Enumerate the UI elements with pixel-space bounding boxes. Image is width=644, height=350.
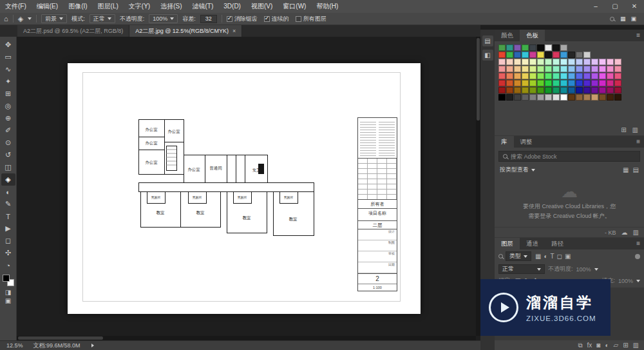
swatch[interactable]	[522, 73, 529, 79]
panel-menu-icon[interactable]: ≡	[636, 30, 644, 41]
swatch[interactable]	[514, 52, 521, 58]
swatch[interactable]	[498, 80, 506, 86]
swatch[interactable]	[583, 94, 591, 101]
swatch[interactable]	[506, 52, 513, 58]
fill-value[interactable]: 100%	[618, 278, 633, 284]
swatch[interactable]	[545, 94, 552, 101]
menu-item[interactable]: 选择(S)	[155, 0, 187, 13]
panel-menu-icon[interactable]: ≡	[636, 238, 644, 249]
swatch[interactable]	[498, 59, 506, 65]
horizontal-scrollbar[interactable]	[17, 336, 476, 340]
lasso-tool[interactable]: ∿	[1, 63, 15, 75]
swatch[interactable]	[529, 94, 536, 101]
filter-adjustment-icon[interactable]: ◐	[544, 253, 547, 260]
scroll-thumb[interactable]	[18, 336, 103, 340]
swatch[interactable]	[576, 87, 583, 93]
swatch[interactable]	[553, 87, 560, 93]
swatch[interactable]	[614, 66, 621, 72]
menu-item[interactable]: 编辑(E)	[32, 0, 63, 13]
pen-tool[interactable]: ✎	[1, 198, 15, 210]
scroll-thumb[interactable]	[477, 38, 480, 121]
swatch[interactable]	[599, 94, 606, 101]
clone-stamp-tool[interactable]: ⊙	[1, 137, 15, 149]
spot-healing-tool[interactable]: ⊕	[1, 112, 15, 124]
swatch[interactable]	[614, 94, 621, 101]
swatch[interactable]	[553, 80, 560, 86]
swatch[interactable]	[553, 73, 560, 79]
blend-mode-dropdown[interactable]: 正常	[498, 264, 545, 274]
delete-swatch-icon[interactable]: ▥	[632, 127, 638, 133]
swatch[interactable]	[560, 44, 567, 51]
quick-mask-icon[interactable]: ◨	[5, 289, 11, 296]
swatch[interactable]	[576, 59, 583, 65]
swatch[interactable]	[537, 94, 544, 101]
collapsed-panel-icon-2[interactable]: ◧	[482, 50, 493, 61]
swatch[interactable]	[529, 44, 536, 51]
swatch[interactable]	[529, 87, 536, 93]
document-tab-psd[interactable]: A2二层.psd @ 69.5% (A2二层, RGB/8)	[17, 25, 129, 37]
swatch[interactable]	[607, 80, 614, 86]
swatch[interactable]	[560, 80, 567, 86]
swatch[interactable]	[545, 66, 552, 72]
eraser-tool[interactable]: ◫	[1, 161, 15, 173]
swatch[interactable]	[607, 59, 614, 65]
tolerance-input[interactable]	[200, 15, 217, 23]
swatch[interactable]	[583, 73, 591, 79]
marquee-tool[interactable]: ▭	[1, 51, 15, 63]
swatch[interactable]	[498, 94, 506, 101]
swatch[interactable]	[537, 44, 544, 51]
swatch[interactable]	[498, 87, 506, 93]
swatch[interactable]	[498, 44, 506, 51]
link-layers-icon[interactable]: ⧉	[578, 342, 582, 349]
tool-preset-caret-icon[interactable]	[28, 17, 32, 20]
mode-dropdown[interactable]: 正常	[90, 14, 115, 23]
swatch[interactable]	[607, 73, 614, 79]
swatch[interactable]	[599, 80, 606, 86]
maximize-button[interactable]: ▢	[605, 0, 625, 13]
swatch[interactable]	[591, 87, 598, 93]
filter-type-icon[interactable]: T	[551, 253, 554, 260]
panel-layout-icon[interactable]: ▣	[630, 15, 636, 22]
swatch[interactable]	[553, 44, 560, 51]
new-swatch-icon[interactable]: ⊞	[621, 127, 626, 133]
swatch[interactable]	[591, 59, 598, 65]
swatch[interactable]	[614, 80, 621, 86]
swatch[interactable]	[498, 66, 506, 72]
swatch[interactable]	[514, 59, 521, 65]
swatch[interactable]	[591, 94, 598, 101]
swatch[interactable]	[545, 59, 552, 65]
menu-item[interactable]: 窗口(W)	[278, 0, 311, 13]
hand-tool[interactable]: ✣	[1, 247, 15, 259]
paint-bucket-tool[interactable]: ◈	[1, 173, 15, 186]
minimize-button[interactable]: –	[586, 0, 605, 13]
swatch[interactable]	[537, 80, 544, 86]
swatch[interactable]	[576, 94, 583, 101]
new-group-icon[interactable]: ▱	[613, 342, 618, 349]
swatch[interactable]	[553, 66, 560, 72]
tab-color[interactable]: 颜色	[495, 30, 520, 41]
swatch[interactable]	[537, 52, 544, 58]
library-search-input[interactable]	[511, 153, 636, 160]
swatch[interactable]	[522, 80, 529, 86]
magic-wand-tool[interactable]: ✦	[1, 75, 15, 88]
swatch[interactable]	[583, 59, 591, 65]
zoom-level-field[interactable]: 12.5%	[6, 342, 23, 349]
swatch[interactable]	[583, 66, 591, 72]
tab-paths[interactable]: 路径	[545, 238, 570, 249]
swatch[interactable]	[568, 59, 575, 65]
swatch[interactable]	[553, 52, 560, 58]
tab-swatches[interactable]: 色板	[520, 30, 545, 41]
swatch[interactable]	[568, 52, 575, 58]
swatch[interactable]	[514, 66, 521, 72]
swatch[interactable]	[514, 94, 521, 101]
swatch[interactable]	[607, 87, 614, 93]
menu-item[interactable]: 3D(D)	[218, 0, 246, 13]
panel-menu-icon[interactable]: ≡	[636, 136, 644, 148]
brush-tool[interactable]: ✐	[1, 124, 15, 137]
swatch[interactable]	[522, 66, 529, 72]
swatch[interactable]	[568, 66, 575, 72]
swatch[interactable]	[591, 80, 598, 86]
menu-item[interactable]: 文字(Y)	[124, 0, 155, 13]
swatch[interactable]	[599, 73, 606, 79]
delete-layer-icon[interactable]: ▥	[633, 342, 639, 349]
